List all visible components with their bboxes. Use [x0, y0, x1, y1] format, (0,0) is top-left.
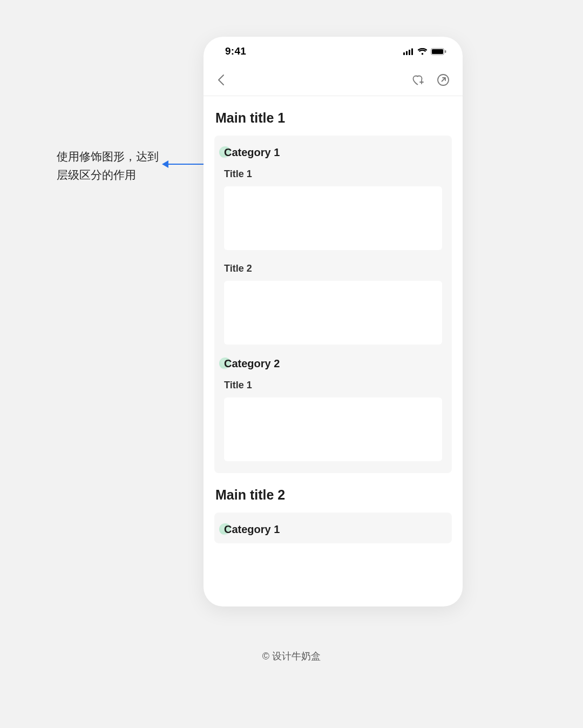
main-title: Main title 2: [215, 487, 452, 503]
phone-frame: 9:41: [204, 37, 463, 606]
item-title: Title 1: [224, 380, 442, 391]
svg-rect-5: [432, 49, 443, 54]
category-label: Category 1: [223, 523, 280, 536]
content-scroll[interactable]: Main title 1 Category 1 Title 1 Title 2 …: [204, 110, 463, 561]
nav-bar: [204, 66, 463, 96]
status-icons-group: [403, 48, 446, 55]
section-card: Category 1 Title 1 Title 2 Category 2 Ti…: [214, 136, 452, 473]
svg-rect-1: [406, 51, 408, 55]
svg-rect-3: [411, 48, 413, 55]
category-text: Category 1: [224, 523, 280, 535]
status-bar: 9:41: [204, 37, 463, 66]
content-placeholder: [224, 186, 442, 250]
svg-rect-2: [409, 50, 410, 55]
category-text: Category 1: [224, 146, 280, 158]
wifi-icon: [417, 48, 428, 55]
content-placeholder: [224, 281, 442, 345]
content-placeholder: [224, 397, 442, 461]
favorite-button[interactable]: [411, 73, 425, 89]
item-title: Title 2: [224, 263, 442, 274]
share-button[interactable]: [437, 73, 450, 89]
category-label: Category 2: [223, 358, 280, 370]
main-title: Main title 1: [215, 110, 452, 126]
status-time: 9:41: [225, 45, 246, 57]
cellular-icon: [403, 48, 414, 55]
battery-icon: [431, 48, 446, 55]
footer-caption: © 设计牛奶盒: [0, 650, 583, 663]
back-button[interactable]: [216, 73, 226, 89]
item-title: Title 1: [224, 168, 442, 180]
annotation-text: 使用修饰图形，达到层级区分的作用: [57, 147, 165, 184]
svg-rect-6: [445, 50, 446, 53]
svg-rect-0: [403, 52, 405, 55]
section-card: Category 1: [214, 513, 452, 543]
category-label: Category 1: [223, 146, 280, 159]
category-text: Category 2: [224, 358, 280, 369]
